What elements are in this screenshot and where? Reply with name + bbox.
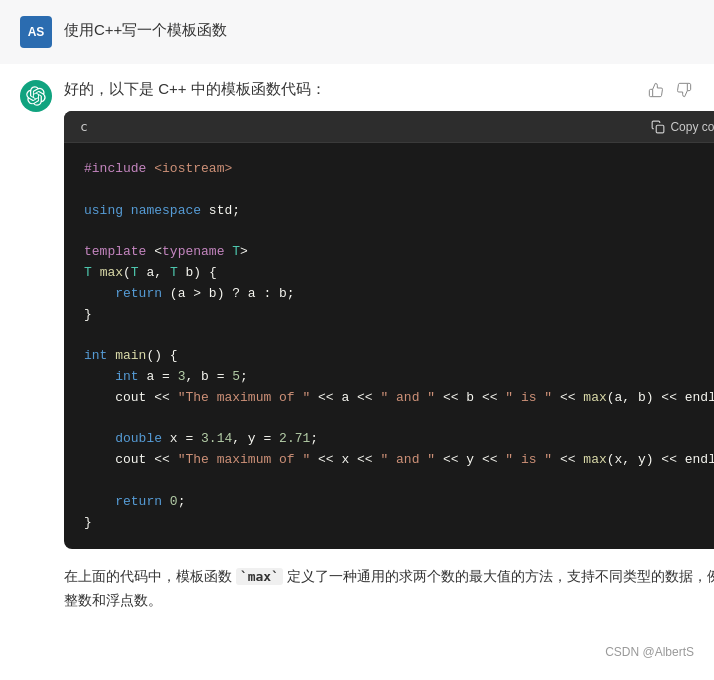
message-actions xyxy=(646,80,694,100)
code-language: c xyxy=(80,119,88,134)
ai-avatar xyxy=(20,80,52,112)
footer: CSDN @AlbertS xyxy=(0,637,714,667)
user-message-text: 使用C++写一个模板函数 xyxy=(64,16,227,40)
code-header: c Copy code xyxy=(64,111,714,143)
code-content: #include <iostream> using namespace std;… xyxy=(84,159,714,533)
ai-description: 在上面的代码中，模板函数 `max` 定义了一种通用的求两个数的最大值的方法，支… xyxy=(64,565,714,613)
copy-code-button[interactable]: Copy code xyxy=(651,120,714,134)
code-inline: `max` xyxy=(236,568,283,585)
copy-btn-label: Copy code xyxy=(670,120,714,134)
thumbs-down-button[interactable] xyxy=(674,80,694,100)
user-message: AS 使用C++写一个模板函数 xyxy=(0,0,714,64)
thumbs-up-button[interactable] xyxy=(646,80,666,100)
ai-intro-text: 好的，以下是 C++ 中的模板函数代码： xyxy=(64,80,714,99)
code-body[interactable]: #include <iostream> using namespace std;… xyxy=(64,143,714,549)
code-block: c Copy code #include <iostream> using na… xyxy=(64,111,714,549)
footer-text: CSDN @AlbertS xyxy=(605,645,694,659)
ai-message: 好的，以下是 C++ 中的模板函数代码： c Copy code #includ… xyxy=(0,64,714,637)
user-avatar: AS xyxy=(20,16,52,48)
chat-container: AS 使用C++写一个模板函数 好的，以下是 C++ 中的模板函数代码： c xyxy=(0,0,714,667)
svg-rect-0 xyxy=(657,125,665,133)
ai-content: 好的，以下是 C++ 中的模板函数代码： c Copy code #includ… xyxy=(64,80,714,621)
